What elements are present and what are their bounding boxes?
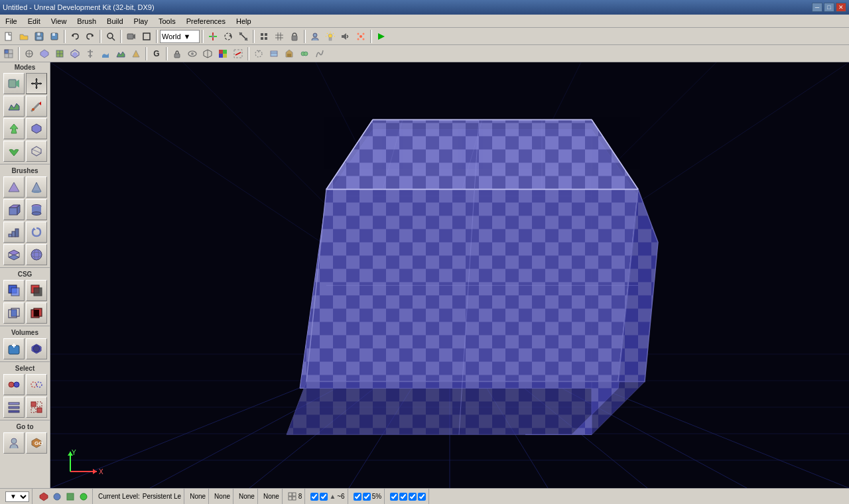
menu-play[interactable]: Play (129, 16, 153, 27)
redo-button[interactable] (83, 29, 98, 44)
spiral-stair-brush-btn[interactable] (26, 221, 47, 243)
maximize-button[interactable]: □ (824, 3, 834, 12)
csg-subtract-btn[interactable] (26, 280, 47, 301)
svg-rect-19 (239, 32, 242, 35)
viewport-resize-handle[interactable] (841, 64, 848, 70)
cone-brush-btn[interactable] (26, 176, 47, 198)
particle-button[interactable] (354, 29, 368, 44)
close-button[interactable]: ✕ (836, 3, 846, 12)
play-button[interactable] (374, 29, 389, 44)
mesh2-mode-btn[interactable] (26, 141, 47, 162)
rotate-button[interactable] (221, 29, 235, 44)
terrain-button[interactable] (113, 46, 128, 61)
stair-brush-btn[interactable] (3, 221, 25, 243)
undo-button[interactable] (68, 29, 82, 44)
terrain-mode-btn[interactable] (3, 95, 25, 117)
build-button3[interactable] (64, 491, 76, 503)
add-volume-btn[interactable] (3, 338, 25, 359)
menu-tools[interactable]: Tools (153, 16, 181, 27)
generic-button1[interactable] (251, 46, 266, 61)
sphere-brush-btn[interactable] (26, 244, 47, 265)
snap-button[interactable] (257, 29, 271, 44)
grid-button[interactable] (272, 29, 287, 44)
snap-checkbox2[interactable] (320, 493, 328, 501)
goto-level-btn[interactable]: GO (26, 432, 47, 454)
show-button[interactable] (185, 46, 200, 61)
scale-button[interactable] (236, 29, 251, 44)
light-button[interactable] (323, 29, 338, 44)
extra-checkbox2[interactable] (399, 493, 407, 501)
build-button2[interactable] (51, 491, 63, 503)
menu-help[interactable]: Help (231, 16, 257, 27)
snap-checkbox1[interactable] (310, 493, 318, 501)
select-none-btn[interactable] (26, 374, 47, 395)
save-all-button[interactable] (47, 29, 62, 44)
bsp-button[interactable] (37, 46, 52, 61)
fluid-button[interactable] (98, 46, 113, 61)
minimize-button[interactable]: ─ (812, 3, 822, 12)
select-inverse-btn[interactable] (26, 397, 47, 418)
camera-button[interactable] (124, 29, 139, 44)
rotation-section: 5% (351, 489, 385, 504)
extra-checkbox1[interactable] (390, 493, 398, 501)
menu-file[interactable]: File (0, 16, 23, 27)
brush-clip-button[interactable] (231, 46, 245, 61)
level-dropdown[interactable]: ▼ (5, 491, 29, 502)
goto-actor-btn[interactable] (3, 432, 25, 454)
subtract-volume-btn[interactable] (26, 338, 47, 359)
csg-deintersect-btn[interactable] (26, 302, 47, 324)
generic-button3[interactable] (282, 46, 296, 61)
texture-button[interactable] (216, 46, 230, 61)
save-button[interactable] (32, 29, 46, 44)
menu-preferences[interactable]: Preferences (181, 16, 231, 27)
lock-actor-button[interactable] (170, 46, 184, 61)
build-button1[interactable] (38, 491, 50, 503)
decal-button[interactable] (129, 46, 143, 61)
lock-button[interactable] (287, 29, 302, 44)
skeletal-button[interactable] (83, 46, 98, 61)
cube-brush-btn[interactable] (3, 199, 25, 220)
rot-checkbox[interactable] (354, 493, 361, 501)
rot-checkbox2[interactable] (363, 493, 371, 501)
select-all-btn[interactable] (3, 374, 25, 395)
select-property-btn[interactable] (3, 397, 25, 418)
svg-rect-24 (265, 37, 267, 40)
sheet-brush-btn[interactable] (3, 244, 25, 265)
cylinder-brush-btn[interactable] (26, 199, 47, 220)
open-button[interactable] (17, 29, 31, 44)
mesh-button[interactable] (52, 46, 67, 61)
mode-button[interactable] (1, 46, 16, 61)
viewport-3d[interactable]: X Y (50, 62, 849, 488)
csg-intersect-btn[interactable] (3, 302, 25, 324)
divider2 (0, 267, 50, 268)
extra-checkbox4[interactable] (418, 493, 426, 501)
menu-build[interactable]: Build (101, 16, 128, 27)
pyramid-brush-btn[interactable] (3, 176, 25, 198)
build-button4[interactable] (78, 491, 90, 503)
translate-button[interactable] (206, 29, 220, 44)
generic-button2[interactable] (267, 46, 281, 61)
geometry-mode-btn[interactable] (26, 73, 47, 94)
static-mesh-button[interactable] (68, 46, 82, 61)
sound-button[interactable] (338, 29, 353, 44)
actor-button[interactable] (308, 29, 322, 44)
foliage-mode-btn[interactable] (3, 118, 25, 139)
placement-button[interactable] (22, 46, 36, 61)
fullscreen-button[interactable] (139, 29, 154, 44)
csg-add-btn[interactable] (3, 280, 25, 301)
menu-view[interactable]: View (46, 16, 72, 27)
paint-mode-btn[interactable] (26, 95, 47, 117)
extra-checkbox3[interactable] (409, 493, 417, 501)
merge-button[interactable] (200, 46, 215, 61)
spline-button[interactable] (312, 46, 327, 61)
menu-edit[interactable]: Edit (23, 16, 46, 27)
new-button[interactable] (1, 29, 16, 44)
camera-mode-btn[interactable] (3, 73, 25, 94)
generic-button4[interactable] (297, 46, 312, 61)
menu-brush[interactable]: Brush (72, 16, 101, 27)
world-dropdown[interactable]: World ▼ (160, 30, 200, 43)
prefab-mode-btn[interactable] (26, 118, 47, 139)
g-button[interactable]: G (149, 46, 164, 61)
foliage2-mode-btn[interactable] (3, 141, 25, 162)
search-button[interactable] (103, 29, 118, 44)
